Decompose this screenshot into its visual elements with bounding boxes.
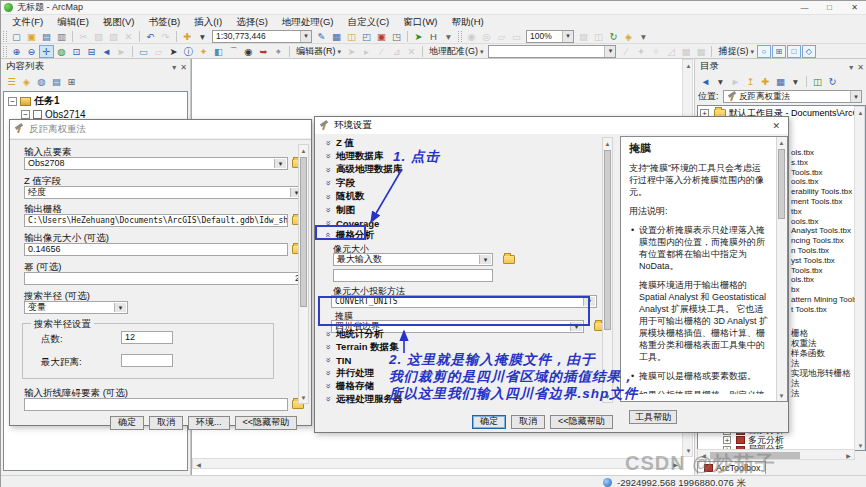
tool-item[interactable]: 样条函数 xyxy=(791,348,855,358)
back-icon[interactable]: ◄ xyxy=(698,75,713,88)
env-category[interactable]: « Terrain 数据集 xyxy=(323,341,399,353)
zoom-in-icon[interactable]: ⊕ xyxy=(9,45,24,58)
hyperlink-icon[interactable]: ✦ xyxy=(196,45,211,58)
scroll-down-icon[interactable]: ▼ xyxy=(776,390,787,401)
pan-icon[interactable]: ✛ xyxy=(39,45,54,58)
toolbar-grip[interactable] xyxy=(458,31,462,42)
zoom-out-icon[interactable]: ⊖ xyxy=(24,45,39,58)
env-category[interactable]: « Z 值 xyxy=(323,137,354,149)
snap-end-button[interactable]: ⊞ xyxy=(772,45,786,58)
edit-delete-icon[interactable]: ✕ xyxy=(404,45,419,58)
map-scale-combo[interactable]: 1:30,773,446 xyxy=(212,30,312,43)
measure-icon[interactable]: ⌒ xyxy=(226,45,241,58)
scroll-right-icon[interactable]: ▶ xyxy=(843,450,854,461)
add-data-icon[interactable]: ✚ xyxy=(180,30,195,43)
redo-icon[interactable]: ↷ xyxy=(158,30,173,43)
menu-item[interactable]: 地理处理(G) xyxy=(275,16,341,29)
toolbox-item[interactable]: Analyst Tools.tbx xyxy=(791,226,855,236)
editor-menu[interactable]: 编辑器(R) xyxy=(296,45,341,58)
collapse-icon[interactable] xyxy=(21,110,30,119)
idw-environments-button[interactable]: 环境... xyxy=(188,416,230,430)
toolbox-item[interactable]: tbx xyxy=(791,207,855,217)
edit-line-icon[interactable]: ∕ xyxy=(374,45,389,58)
close-icon[interactable] xyxy=(857,61,864,72)
toolbox-item[interactable]: n Tools.tbx xyxy=(791,246,855,256)
env-category[interactable]: « 高级地理数据库 xyxy=(323,164,403,176)
location-combo[interactable]: 反距离权重法 xyxy=(723,90,862,103)
menu-item[interactable]: 自定义(C) xyxy=(341,16,397,29)
pin-icon[interactable] xyxy=(848,61,855,72)
menu-item[interactable]: 编辑(E) xyxy=(50,16,96,29)
html-popup-icon[interactable]: ◧ xyxy=(211,45,226,58)
tool-item[interactable]: 法 xyxy=(791,388,855,398)
chevron-down-icon[interactable] xyxy=(479,255,491,264)
zoom-whole-page-icon[interactable]: ◉ xyxy=(464,30,479,43)
zoom-100-icon[interactable]: ◎ xyxy=(479,30,494,43)
copy-icon[interactable]: ▧ xyxy=(91,30,106,43)
menu-item[interactable]: 书签(B) xyxy=(141,16,187,29)
toolbar-overflow-icon[interactable]: ▾ xyxy=(636,30,651,43)
env-cellsize-select[interactable]: 最大输入数 xyxy=(333,253,493,266)
toolbox-item[interactable]: s.tbx xyxy=(791,158,855,168)
new-document-icon[interactable]: ▢ xyxy=(9,30,24,43)
scroll-up-icon[interactable]: ▲ xyxy=(683,60,694,71)
edit-vertices-icon[interactable]: ▸ xyxy=(359,45,374,58)
pause-drawing-icon[interactable]: H xyxy=(426,30,441,43)
pin-icon[interactable] xyxy=(171,61,178,72)
save-icon[interactable]: ▤ xyxy=(39,30,54,43)
scroll-up-icon[interactable]: ▲ xyxy=(298,145,309,156)
toolbox-item[interactable]: yst Tools.tbx xyxy=(791,256,855,266)
maximize-button[interactable]: □ xyxy=(817,1,842,15)
zoom-to-width-icon[interactable]: ▱ xyxy=(494,30,509,43)
toolbar-grip[interactable] xyxy=(3,46,7,57)
max-distance-field[interactable] xyxy=(121,354,173,367)
scroll-thumb[interactable] xyxy=(300,157,307,307)
toolbox-item[interactable]: erability Tools.tbx xyxy=(791,187,855,197)
menu-item[interactable]: 视图(V) xyxy=(96,16,142,29)
points-field[interactable]: 12 xyxy=(121,331,173,344)
idw-ok-button[interactable]: 确定 xyxy=(110,416,144,430)
idw-hide-help-button[interactable]: <<隐藏帮助 xyxy=(235,416,298,430)
select-features-icon[interactable]: ▭ xyxy=(136,45,151,58)
expand-icon[interactable] xyxy=(723,436,731,444)
menu-item[interactable]: 选择(S) xyxy=(229,16,275,29)
chevron-down-icon[interactable] xyxy=(300,31,311,42)
undo-icon[interactable]: ↶ xyxy=(143,30,158,43)
focus-dataframe-icon[interactable]: ◫ xyxy=(591,30,606,43)
launch-arcmap-icon[interactable]: ◫ xyxy=(810,75,825,88)
help-scrollbar[interactable]: ▲ ▼ xyxy=(776,137,787,401)
scroll-up-icon[interactable]: ▲ xyxy=(776,137,787,148)
browse-cellsize-button[interactable] xyxy=(501,252,517,266)
model-builder-icon[interactable]: ➤ xyxy=(411,30,426,43)
cell-size-field[interactable]: 0.14656 xyxy=(24,243,288,256)
z-field-select[interactable]: 经度 xyxy=(24,186,304,199)
tool-help-button[interactable]: 工具帮助 xyxy=(629,410,677,424)
delete-icon[interactable]: ✕ xyxy=(121,30,136,43)
snap-point-button[interactable]: ○ xyxy=(757,45,771,58)
toolbox-item[interactable]: ncing Tools.tbx xyxy=(791,236,855,246)
go-to-xy-icon[interactable]: ⌖ xyxy=(271,45,286,58)
toolbox-item[interactable]: Tools.tbx xyxy=(791,266,855,276)
up-one-level-icon[interactable]: ↥ xyxy=(743,75,758,88)
menu-item[interactable]: 插入(I) xyxy=(187,16,229,29)
map-horizontal-scrollbar[interactable]: ◀ ▶ xyxy=(192,458,682,469)
scroll-up-icon[interactable]: ▲ xyxy=(855,107,866,118)
back-extent-icon[interactable]: ◄ xyxy=(99,45,114,58)
open-folder-icon[interactable]: ▣ xyxy=(24,30,39,43)
forward-extent-icon[interactable]: ► xyxy=(114,45,129,58)
edit-sketch-icon[interactable]: ➤ xyxy=(344,45,359,58)
back-dropdown-icon[interactable]: ▾ xyxy=(713,75,728,88)
toc-dataframe-row[interactable]: 任务1 xyxy=(8,95,187,107)
python-window-icon[interactable]: ◳ xyxy=(389,30,404,43)
menu-item[interactable]: 帮助(H) xyxy=(445,16,491,29)
snap-edge-button[interactable]: ◇ xyxy=(802,45,816,58)
toggle-draft-mode-icon[interactable]: ▤ xyxy=(576,30,591,43)
cut-icon[interactable]: ✂ xyxy=(76,30,91,43)
georeferencing-menu[interactable]: 地理配准(G) xyxy=(429,45,483,58)
full-extent-icon[interactable]: ◍ xyxy=(54,45,69,58)
search-window-icon[interactable]: ◰ xyxy=(359,30,374,43)
env-category[interactable]: « 制图 xyxy=(323,204,355,216)
toolbox-item[interactable]: ols.tbx xyxy=(791,275,855,285)
catalog-vertical-scrollbar[interactable]: ▲ ▼ xyxy=(854,106,865,451)
add-control-points-icon[interactable]: ∕ xyxy=(618,45,633,58)
